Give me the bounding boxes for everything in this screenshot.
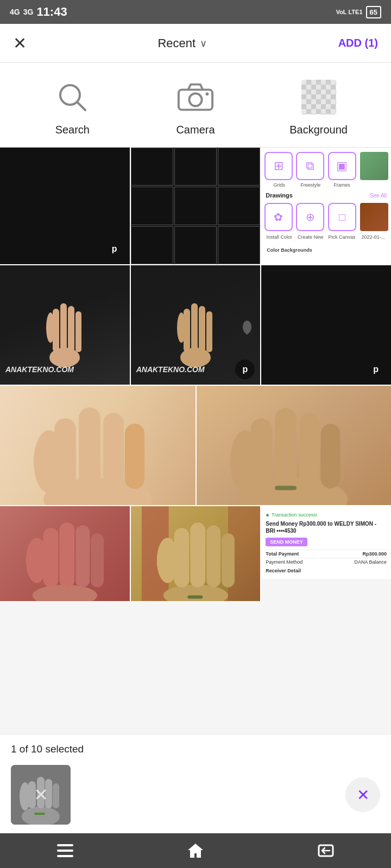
camera-action[interactable]: Camera <box>135 78 256 136</box>
grid-row-4: ● Transaction success! Send Money Rp300.… <box>0 506 391 601</box>
media-grid: p ⊞ ⧉ ▣ Grids Freestyle <box>0 148 391 734</box>
svg-line-1 <box>78 103 85 110</box>
header-title[interactable]: Recent ∨ <box>157 36 207 50</box>
svg-point-3 <box>189 93 201 106</box>
chevron-down-icon: ∨ <box>200 37 207 49</box>
create-new-icon: ⊕ <box>296 203 324 231</box>
selected-thumb-x-icon: ✕ <box>34 784 48 805</box>
svg-point-16 <box>177 312 186 343</box>
status-right: VoL LTE1 65 <box>336 6 381 18</box>
grids-icon: ⊞ <box>264 152 293 180</box>
svg-rect-19 <box>79 407 100 489</box>
svg-rect-13 <box>191 303 198 352</box>
svg-rect-52 <box>34 813 45 815</box>
selected-preview: ✕ ✕ <box>0 760 391 833</box>
svg-point-35 <box>26 538 48 583</box>
home-button[interactable] <box>182 840 209 861</box>
method-label: Payment Method <box>266 559 302 565</box>
svg-rect-9 <box>75 311 81 352</box>
svg-rect-53 <box>57 844 73 846</box>
media-cell-2[interactable] <box>131 148 261 264</box>
camera-icon <box>176 78 215 116</box>
media-cell-8-large[interactable] <box>197 386 391 505</box>
svg-rect-15 <box>206 311 212 352</box>
svg-point-22 <box>34 430 64 493</box>
svg-rect-26 <box>299 413 320 488</box>
svg-rect-42 <box>222 533 235 587</box>
media-cell-1[interactable]: p <box>0 148 130 264</box>
back-button[interactable] <box>312 840 339 861</box>
media-cell-7-large[interactable] <box>0 386 195 505</box>
svg-rect-44 <box>187 596 203 599</box>
svg-rect-20 <box>103 413 124 489</box>
svg-rect-25 <box>275 407 297 488</box>
status-time: 11:43 <box>36 5 67 19</box>
payment-success-text: ● Transaction success! <box>266 512 387 518</box>
payment-method-row: Payment Method DANA Balance <box>266 558 387 566</box>
payment-title: Send Money Rp300.000 to WELDY SIMON - BR… <box>266 520 387 534</box>
svg-rect-41 <box>206 525 220 587</box>
media-cell-4[interactable]: ANAKTEKNO.COM <box>0 265 130 385</box>
svg-point-51 <box>20 782 30 810</box>
pexels-badge-1: p <box>105 239 124 259</box>
search-label: Search <box>55 124 90 136</box>
color-bg-label: Color Backgrounds <box>264 246 314 254</box>
background-label: Background <box>289 124 348 136</box>
grid-row-3 <box>0 386 391 505</box>
bottom-nav <box>0 833 391 868</box>
header: ✕ Recent ∨ ADD (1) <box>0 24 391 63</box>
menu-button[interactable] <box>52 840 79 861</box>
svg-rect-54 <box>57 850 73 852</box>
media-cell-3[interactable]: ⊞ ⧉ ▣ Grids Freestyle Frames Drawings Se… <box>261 148 391 264</box>
grid-row-1: p ⊞ ⧉ ▣ Grids Freestyle <box>0 148 391 264</box>
grid-row-2: ANAKTEKNO.COM ANAKTEKNO.COM p <box>0 265 391 385</box>
search-action[interactable]: Search <box>11 78 133 136</box>
selected-thumbnail[interactable]: ✕ <box>11 765 71 825</box>
svg-rect-50 <box>53 783 59 808</box>
signal-4g-icon: 4G <box>10 8 20 16</box>
svg-point-43 <box>156 538 178 583</box>
send-money-button[interactable]: SEND MONEY <box>266 538 307 546</box>
svg-rect-40 <box>190 522 205 587</box>
search-icon <box>53 78 91 116</box>
vol-lte-label: VoL LTE1 <box>336 9 363 15</box>
background-action[interactable]: Background <box>257 78 379 136</box>
grids-label: Grids <box>263 182 295 188</box>
media-cell-9[interactable] <box>0 506 130 601</box>
close-button[interactable]: ✕ <box>13 34 27 53</box>
frames-label: Frames <box>326 182 358 188</box>
pick-canvas-icon: □ <box>328 203 356 231</box>
svg-rect-21 <box>125 424 144 489</box>
freestyle-label: Freestyle <box>295 182 326 188</box>
watermark-2: ANAKTEKNO.COM <box>136 365 205 374</box>
svg-rect-27 <box>321 424 340 488</box>
signal-3g-icon: 3G <box>23 8 34 16</box>
header-title-text: Recent <box>157 36 195 50</box>
battery-indicator: 65 <box>366 6 381 18</box>
status-bar: 4G 3G 11:43 VoL LTE1 65 <box>0 0 391 24</box>
total-label: Total Payment <box>266 551 299 557</box>
media-cell-10[interactable] <box>131 506 261 601</box>
clear-selection-button[interactable]: ✕ <box>345 777 380 812</box>
svg-rect-34 <box>91 533 104 587</box>
add-button[interactable]: ADD (1) <box>338 37 378 49</box>
receiver-label: Receiver Detail <box>266 568 387 573</box>
svg-rect-55 <box>57 855 73 857</box>
freestyle-icon: ⧉ <box>296 152 324 180</box>
svg-point-10 <box>46 312 55 343</box>
media-cell-payment[interactable]: ● Transaction success! Send Money Rp300.… <box>261 506 391 601</box>
svg-point-4 <box>205 92 209 95</box>
media-cell-5[interactable]: ANAKTEKNO.COM p <box>131 265 261 385</box>
selection-bar: 1 of 10 selected <box>0 734 391 760</box>
media-cell-6[interactable]: p <box>261 265 391 385</box>
see-all-link[interactable]: See All <box>370 193 387 199</box>
method-value: DANA Balance <box>354 559 387 565</box>
install-color-label: Install Color <box>263 234 295 240</box>
status-left: 4G 3G 11:43 <box>10 5 67 19</box>
svg-rect-14 <box>199 306 205 352</box>
create-new-label: Create New <box>295 234 326 240</box>
camera-label: Camera <box>176 124 215 136</box>
quick-actions: Search Camera Background <box>0 63 391 148</box>
svg-rect-32 <box>59 522 74 587</box>
drawings-label: Drawings <box>266 192 293 199</box>
